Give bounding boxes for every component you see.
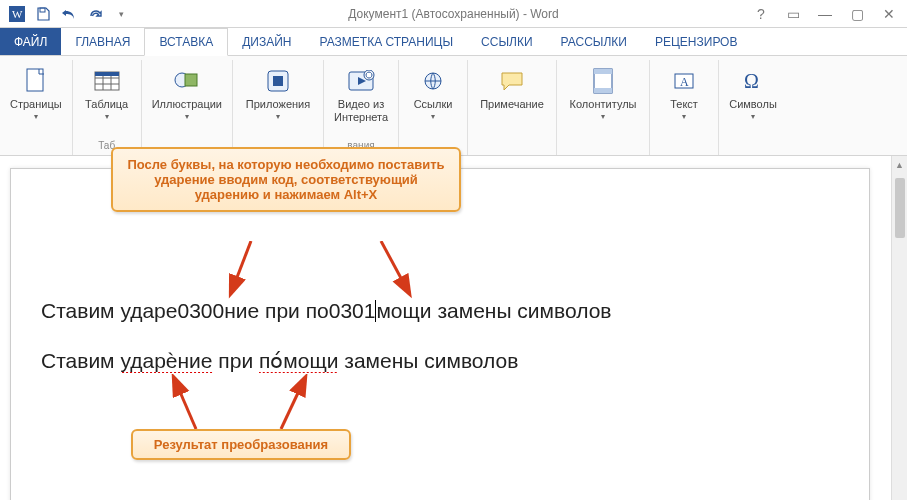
scroll-up-icon[interactable]: ▲ xyxy=(893,158,907,172)
group-links: Ссылки ▾ xyxy=(399,60,468,155)
spellcheck-word: по́мощи xyxy=(259,349,339,373)
svg-rect-15 xyxy=(594,88,612,93)
group-illustrations: Иллюстрации ▾ xyxy=(142,60,233,155)
restore-icon[interactable]: ▢ xyxy=(845,3,869,25)
page[interactable]: После буквы, на которую необходимо поста… xyxy=(10,168,870,500)
scroll-thumb[interactable] xyxy=(895,178,905,238)
arrow-icon xyxy=(221,241,281,301)
window-controls: ? ▭ — ▢ ✕ xyxy=(743,3,907,25)
svg-rect-3 xyxy=(27,69,43,91)
arrow-icon xyxy=(156,374,216,432)
table-icon xyxy=(91,64,123,98)
table-label: Таблица xyxy=(85,98,128,111)
group-symbols: Ω Символы ▾ xyxy=(719,60,787,155)
arrow-icon xyxy=(271,374,331,432)
svg-line-21 xyxy=(174,378,196,429)
link-icon xyxy=(417,64,449,98)
tab-home[interactable]: ГЛАВНАЯ xyxy=(61,28,144,55)
symbols-label: Символы xyxy=(729,98,777,111)
apps-label: Приложения xyxy=(246,98,310,111)
tab-design[interactable]: ДИЗАЙН xyxy=(228,28,305,55)
video-label: Видео из Интернета xyxy=(334,98,388,123)
tab-review[interactable]: РЕЦЕНЗИРОВ xyxy=(641,28,752,55)
tab-file[interactable]: ФАЙЛ xyxy=(0,28,61,55)
svg-rect-5 xyxy=(95,72,119,76)
links-button[interactable]: Ссылки ▾ xyxy=(405,62,461,123)
svg-text:A: A xyxy=(680,75,689,89)
svg-rect-14 xyxy=(594,69,612,74)
callout-instruction-text: После буквы, на которую необходимо поста… xyxy=(127,157,444,202)
chevron-down-icon: ▾ xyxy=(276,112,280,121)
quick-access-toolbar: W ▾ xyxy=(0,3,138,25)
svg-line-22 xyxy=(281,378,305,429)
save-icon[interactable] xyxy=(32,3,54,25)
pages-icon xyxy=(20,64,52,98)
arrow-icon xyxy=(371,241,431,301)
online-video-button[interactable]: Видео из Интернета xyxy=(330,62,392,125)
chevron-down-icon: ▾ xyxy=(431,112,435,121)
undo-icon[interactable] xyxy=(58,3,80,25)
line1-part-a: Ставим ударе0300ние при по0301 xyxy=(41,299,375,322)
callout-result: Результат преобразования xyxy=(131,429,351,460)
svg-rect-7 xyxy=(185,74,197,86)
group-apps: Приложения ▾ xyxy=(233,60,324,155)
chevron-down-icon: ▾ xyxy=(751,112,755,121)
vertical-scrollbar[interactable]: ▲ xyxy=(891,156,907,500)
group-headerfooter: Колонтитулы ▾ xyxy=(557,60,650,155)
spellcheck-word: ударѐние xyxy=(120,349,212,373)
chevron-down-icon: ▾ xyxy=(185,112,189,121)
comment-icon xyxy=(496,64,528,98)
illustrations-button[interactable]: Иллюстрации ▾ xyxy=(148,62,226,123)
svg-text:W: W xyxy=(12,8,23,20)
pages-label: Страницы xyxy=(10,98,62,111)
chevron-down-icon: ▾ xyxy=(34,112,38,121)
pages-button[interactable]: Страницы ▾ xyxy=(6,62,66,123)
headerfooter-button[interactable]: Колонтитулы ▾ xyxy=(563,62,643,123)
tab-mailings[interactable]: РАССЫЛКИ xyxy=(547,28,641,55)
group-pages: Страницы ▾ xyxy=(0,60,73,155)
callout-result-text: Результат преобразования xyxy=(154,437,328,452)
tab-layout[interactable]: РАЗМЕТКА СТРАНИЦЫ xyxy=(306,28,468,55)
tab-references[interactable]: ССЫЛКИ xyxy=(467,28,546,55)
comment-label: Примечание xyxy=(480,98,544,111)
group-comments: Примечание xyxy=(468,60,557,155)
close-icon[interactable]: ✕ xyxy=(877,3,901,25)
omega-icon: Ω xyxy=(737,64,769,98)
links-label: Ссылки xyxy=(414,98,453,111)
minimize-icon[interactable]: — xyxy=(813,3,837,25)
customize-qat-icon[interactable]: ▾ xyxy=(110,3,132,25)
chevron-down-icon: ▾ xyxy=(105,112,109,121)
textbox-icon: A xyxy=(668,64,700,98)
illustrations-label: Иллюстрации xyxy=(152,98,222,111)
text-button[interactable]: A Текст ▾ xyxy=(656,62,712,123)
svg-rect-9 xyxy=(273,76,283,86)
symbols-button[interactable]: Ω Символы ▾ xyxy=(725,62,781,123)
headerfooter-icon xyxy=(587,64,619,98)
group-text: A Текст ▾ xyxy=(650,60,719,155)
svg-rect-2 xyxy=(40,8,45,12)
svg-line-19 xyxy=(231,241,251,293)
document-area: После буквы, на которую необходимо поста… xyxy=(0,156,907,500)
callout-instruction: После буквы, на которую необходимо поста… xyxy=(111,147,461,212)
video-icon xyxy=(345,64,377,98)
group-tables: Таблица ▾ Таб xyxy=(73,60,142,155)
title-bar: W ▾ Документ1 (Автосохраненный) - Word ?… xyxy=(0,0,907,28)
ribbon: Страницы ▾ Таблица ▾ Таб Иллюстрации xyxy=(0,56,907,156)
apps-button[interactable]: Приложения ▾ xyxy=(239,62,317,123)
headerfooter-label: Колонтитулы xyxy=(570,98,637,111)
tab-insert[interactable]: ВСТАВКА xyxy=(144,28,228,56)
chevron-down-icon: ▾ xyxy=(601,112,605,121)
svg-text:Ω: Ω xyxy=(744,70,759,92)
chevron-down-icon: ▾ xyxy=(682,112,686,121)
word-app-icon[interactable]: W xyxy=(6,3,28,25)
shapes-icon xyxy=(171,64,203,98)
document-line-codes: Ставим ударе0300ние при по0301мощи замен… xyxy=(41,299,611,323)
line1-part-b: мощи замены символов xyxy=(376,299,611,322)
redo-icon[interactable] xyxy=(84,3,106,25)
table-button[interactable]: Таблица ▾ xyxy=(79,62,135,123)
document-line-result: Ставим ударѐние при по́мощи замены симво… xyxy=(41,349,518,373)
help-icon[interactable]: ? xyxy=(749,3,773,25)
comment-button[interactable]: Примечание xyxy=(474,62,550,113)
group-media: Видео из Интернета вания xyxy=(324,60,399,155)
ribbon-display-icon[interactable]: ▭ xyxy=(781,3,805,25)
